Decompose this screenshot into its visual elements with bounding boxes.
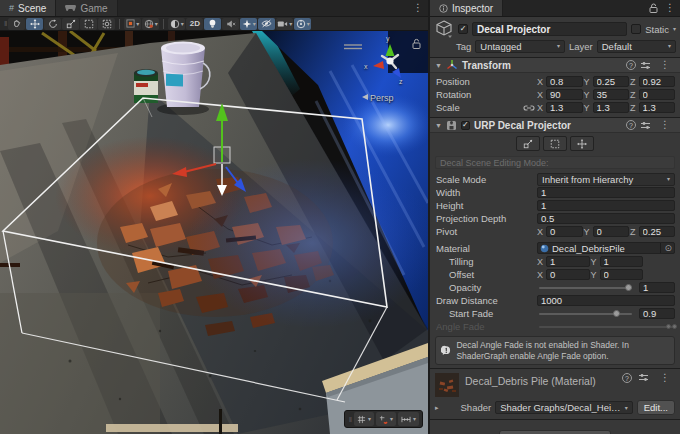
scene-overlay-menu-icon[interactable]: ⋮ <box>408 0 428 16</box>
presets-icon[interactable] <box>640 61 651 70</box>
move-tool-button[interactable] <box>26 18 43 30</box>
projection-depth-field[interactable] <box>537 213 675 224</box>
position-x-field[interactable] <box>546 76 582 87</box>
pivot-z-field[interactable] <box>639 226 675 237</box>
pivot-toggle-button[interactable]: ▾ <box>124 18 141 30</box>
static-checkbox[interactable] <box>631 24 641 34</box>
position-y-field[interactable] <box>593 76 629 87</box>
start-fade-field[interactable] <box>639 308 675 319</box>
draw-distance-field[interactable] <box>537 295 675 306</box>
scale-y-field[interactable] <box>593 102 629 113</box>
gameobject-header: ✓ Decal Projector Static ▾ Tag Untagged▾… <box>430 17 680 57</box>
help-icon[interactable]: ? <box>626 120 636 130</box>
scale-mode-dropdown[interactable]: Inherit from Hierarchy▾ <box>537 173 675 186</box>
gizmo-y-label[interactable]: y <box>386 35 390 42</box>
tiling-y-field[interactable] <box>600 256 644 267</box>
inspector-tabbar: Inspector ⋮ <box>430 0 680 17</box>
transform-tool-button[interactable] <box>98 18 115 30</box>
scale-tool-button[interactable] <box>62 18 79 30</box>
2d-toggle-button[interactable]: 2D <box>186 18 203 30</box>
decal-pivot-mode-button[interactable] <box>570 136 594 151</box>
scene-viewport[interactable]: y x z Persp ‖ ▾ ▾ ▾ <box>0 31 428 434</box>
gizmo-z-label[interactable]: z <box>399 78 403 85</box>
component-menu-icon[interactable]: ⋮ <box>655 60 675 70</box>
help-icon[interactable]: ? <box>622 373 632 383</box>
hand-tool-button[interactable] <box>8 18 25 30</box>
scale-row: Scale X Y Z <box>430 101 680 114</box>
material-object-field[interactable]: Decal_DebrisPile ⊙ <box>537 242 675 254</box>
gizmos-toggle-button[interactable]: ▾ <box>294 18 311 30</box>
component-menu-icon[interactable]: ⋮ <box>655 120 675 130</box>
perspective-label[interactable]: Persp <box>370 93 394 103</box>
pivot-y-field[interactable] <box>593 226 629 237</box>
add-component-button[interactable]: Add Component <box>499 430 611 434</box>
position-row: Position X Y Z <box>430 75 680 88</box>
handle-orientation-globe-icon <box>144 19 154 29</box>
rotation-x-field[interactable] <box>546 89 582 100</box>
foldout-icon[interactable]: ▼ <box>435 62 442 69</box>
audio-mute-icon <box>226 19 236 29</box>
gameobject-name-field[interactable]: Decal Projector <box>472 22 627 36</box>
effects-toggle-button[interactable]: ▾ <box>240 18 257 30</box>
height-field[interactable] <box>537 200 675 211</box>
camera-overlay-button[interactable]: ▾ <box>276 18 293 30</box>
scale-x-field[interactable] <box>546 102 582 113</box>
width-row: Width <box>430 186 680 199</box>
position-z-field[interactable] <box>639 76 675 87</box>
material-header[interactable]: Decal_Debris Pile (Material) ? ⋮ <box>430 369 680 399</box>
opacity-field[interactable] <box>639 282 675 293</box>
pivot-x-field[interactable] <box>546 226 582 237</box>
static-label: Static <box>645 24 669 35</box>
link-scale-icon[interactable] <box>523 104 535 112</box>
snap-increment-button[interactable]: ▾ <box>376 412 396 426</box>
scale-z-field[interactable] <box>639 102 675 113</box>
shader-dropdown[interactable]: Shader Graphs/Decal_HeightMask▾ <box>495 401 633 414</box>
rotate-tool-button[interactable] <box>44 18 61 30</box>
object-picker-icon[interactable]: ⊙ <box>660 243 672 253</box>
grid-size-button[interactable]: ▾ <box>398 412 419 426</box>
offset-y-field[interactable] <box>600 269 644 280</box>
component-enabled-checkbox[interactable]: ✓ <box>461 121 470 130</box>
foldout-icon[interactable]: ▼ <box>435 122 442 129</box>
opacity-slider[interactable] <box>539 287 632 289</box>
transform-header[interactable]: ▼ Transform ? ⋮ <box>430 58 680 73</box>
scene-lighting-button[interactable] <box>204 18 221 30</box>
help-icon[interactable]: ? <box>626 60 636 70</box>
layer-dropdown[interactable]: Default▾ <box>597 40 676 53</box>
presets-icon[interactable] <box>638 373 649 382</box>
rotation-y-field[interactable] <box>593 89 629 100</box>
scene-panel: # Scene Game ⋮ ‖ <box>0 0 428 434</box>
scene-render <box>0 31 428 434</box>
decal-scale-mode-button[interactable] <box>516 136 540 151</box>
start-fade-slider[interactable] <box>539 313 632 315</box>
tab-game[interactable]: Game <box>56 0 117 16</box>
inspector-lock-icon[interactable] <box>647 0 660 16</box>
tiling-x-field[interactable] <box>546 256 590 267</box>
tab-scene[interactable]: # Scene <box>0 0 56 16</box>
draw-distance-row: Draw Distance <box>430 294 680 307</box>
inspector-menu-icon[interactable]: ⋮ <box>660 0 680 16</box>
foldout-icon[interactable]: ▸ <box>435 404 439 412</box>
decal-crop-mode-button[interactable] <box>543 136 567 151</box>
audio-toggle-button[interactable] <box>222 18 239 30</box>
shading-mode-button[interactable]: ▾ <box>168 18 185 30</box>
gameobject-cube-icon[interactable] <box>434 20 454 38</box>
static-dropdown-caret[interactable]: ▾ <box>673 26 676 32</box>
tag-dropdown[interactable]: Untagged▾ <box>475 40 565 53</box>
decal-projector-header[interactable]: ▼ ✓ URP Decal Projector ? ⋮ <box>430 118 680 133</box>
grid-visual-button[interactable]: ▾ <box>354 412 374 426</box>
rect-tool-button[interactable] <box>80 18 97 30</box>
tab-inspector[interactable]: Inspector <box>430 0 503 16</box>
shader-edit-button[interactable]: Edit... <box>637 400 675 415</box>
gizmo-x-label[interactable]: x <box>364 63 368 70</box>
width-field[interactable] <box>537 187 675 198</box>
scene-visibility-button[interactable] <box>258 18 275 30</box>
gameobject-active-checkbox[interactable]: ✓ <box>458 24 468 34</box>
overlay-handle[interactable]: ‖ <box>4 19 6 28</box>
component-menu-icon[interactable]: ⋮ <box>655 373 675 383</box>
rotation-z-field[interactable] <box>639 89 675 100</box>
offset-x-field[interactable] <box>546 269 590 280</box>
overlay-handle[interactable]: ‖ <box>349 415 351 424</box>
presets-icon[interactable] <box>640 121 651 130</box>
handle-orientation-button[interactable]: ▾ <box>142 18 159 30</box>
